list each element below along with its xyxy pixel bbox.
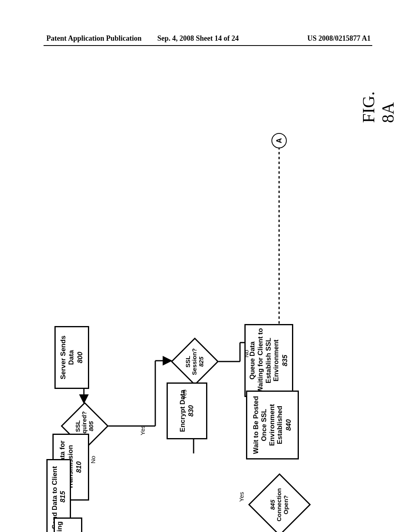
label-845-yes: Yes	[238, 492, 245, 502]
box-num: 810	[75, 461, 83, 473]
diamond-text: 845 ConnectionOpen?	[269, 476, 290, 532]
label-825-no: No	[243, 350, 250, 357]
box-label: Server SendsData	[59, 336, 75, 380]
figure-title: FIG. 8A	[359, 91, 398, 123]
box-num: 800	[76, 352, 84, 363]
box-num: 835	[281, 355, 289, 366]
box-queue-data: Queue DataWaiting for Client toEstablish…	[244, 324, 293, 397]
box-server-sends-data: Server SendsData 800	[54, 326, 89, 389]
diamond-text: SSLSession? 825	[185, 339, 205, 385]
box-label: Post OutstandingSend	[56, 522, 71, 532]
box-num: 840	[285, 419, 293, 430]
label-805-no: No	[90, 456, 96, 463]
label-805-yes: Yes	[139, 426, 146, 435]
box-post-outstanding: Post OutstandingSend 820	[54, 517, 82, 532]
box-wait-posted: Wait to Be PostedOnce SSLEnvironmentEsta…	[246, 391, 299, 459]
box-num: 815	[59, 491, 67, 502]
connector-a: A	[271, 133, 287, 148]
label-825-yes: Yes	[181, 390, 188, 399]
box-num: 830	[187, 405, 195, 416]
header-rule	[44, 45, 372, 46]
diamond-ssl-session: SSLSession? 825	[171, 339, 218, 385]
box-label: Wait to Be PostedOnce SSLEnvironmentEsta…	[252, 396, 284, 454]
header-center: Sep. 4, 2008 Sheet 14 of 24	[157, 34, 239, 43]
header-right: US 2008/0215877 A1	[307, 34, 371, 43]
figure-8a: FIG. 8A	[52, 75, 359, 453]
diamond-connection-open: 845 ConnectionOpen?	[250, 476, 309, 532]
header-left: Patent Application Publication	[46, 34, 142, 43]
box-label: Queue DataWaiting for Client toEstablish…	[248, 328, 280, 393]
